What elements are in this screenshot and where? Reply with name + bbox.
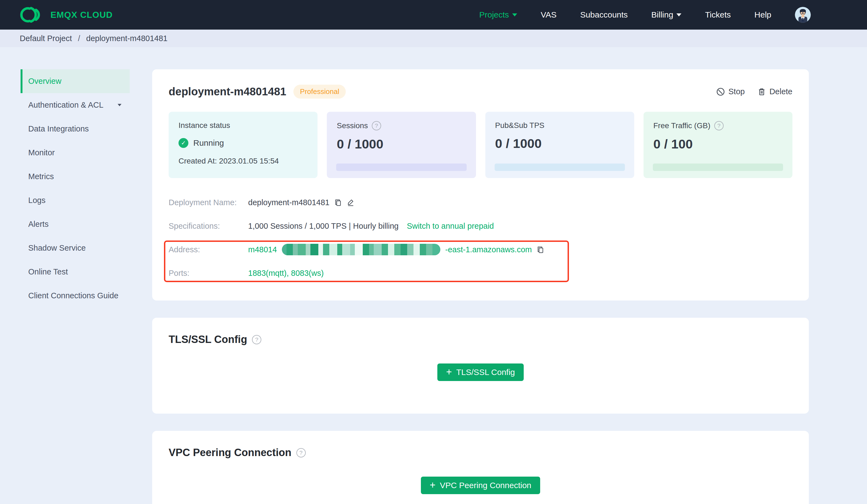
sessions-card: Sessions ? 0 / 1000 xyxy=(327,112,476,178)
free-traffic-progressbar xyxy=(653,164,783,171)
sidebar-item-data-integrations[interactable]: Data Integrations xyxy=(21,117,130,141)
tls-ssl-panel: TLS/SSL Config ? + TLS/SSL Config xyxy=(152,318,809,414)
trash-icon xyxy=(757,87,766,96)
sessions-label: Sessions xyxy=(337,121,368,130)
plan-badge: Professional xyxy=(293,85,346,99)
nav-item-projects[interactable]: Projects xyxy=(479,10,517,20)
free-traffic-value: 0 / 100 xyxy=(653,136,783,152)
free-traffic-card: Free Traffic (GB) ? 0 / 100 xyxy=(643,112,792,178)
nav-item-vas[interactable]: VAS xyxy=(541,10,557,20)
user-avatar[interactable] xyxy=(795,7,811,23)
copy-icon[interactable] xyxy=(334,198,342,207)
nav-item-tickets[interactable]: Tickets xyxy=(705,10,731,20)
deployment-name-value: deployment-m4801481 xyxy=(248,198,330,207)
plus-icon: + xyxy=(446,367,452,377)
pubsub-tps-card: Pub&Sub TPS 0 / 1000 xyxy=(485,112,634,178)
running-check-icon: ✓ xyxy=(179,138,189,148)
help-icon[interactable]: ? xyxy=(252,335,261,344)
overview-panel: deployment-m4801481 Professional Stop xyxy=(152,69,809,300)
sidebar-item-client-connections-guide[interactable]: Client Connections Guide xyxy=(21,284,130,308)
help-icon[interactable]: ? xyxy=(714,121,724,130)
sessions-value: 0 / 1000 xyxy=(337,136,466,152)
deployment-title: deployment-m4801481 xyxy=(169,86,286,98)
instance-status-card: Instance status ✓ Running Created At: 20… xyxy=(169,112,318,178)
created-at: Created At: 2023.01.05 15:54 xyxy=(179,157,308,165)
pubsub-tps-label: Pub&Sub TPS xyxy=(495,121,545,130)
edit-icon[interactable] xyxy=(346,198,355,207)
main-area: deployment-m4801481 Professional Stop xyxy=(152,69,809,504)
deployment-name-label: Deployment Name: xyxy=(169,198,248,207)
sidebar-item-metrics[interactable]: Metrics xyxy=(21,165,130,188)
help-icon[interactable]: ? xyxy=(372,121,381,130)
sidebar-item-overview[interactable]: Overview xyxy=(21,69,130,93)
switch-annual-prepaid-link[interactable]: Switch to annual prepaid xyxy=(407,222,494,231)
ports-label: Ports: xyxy=(169,269,248,278)
sessions-progressbar xyxy=(336,164,467,171)
specifications-label: Specifications: xyxy=(169,222,248,231)
delete-button[interactable]: Delete xyxy=(757,87,792,96)
pubsub-tps-progressbar xyxy=(495,164,625,171)
specifications-value: 1,000 Sessions / 1,000 TPS | Hourly bill… xyxy=(248,222,399,231)
address-prefix: m48014 xyxy=(248,245,277,254)
sidebar-item-monitor[interactable]: Monitor xyxy=(21,141,130,165)
breadcrumb-current: deployment-m4801481 xyxy=(86,34,168,43)
nav-item-billing[interactable]: Billing xyxy=(651,10,681,20)
pubsub-tps-value: 0 / 1000 xyxy=(495,136,624,151)
brand-logo[interactable]: EMQX CLOUD xyxy=(19,6,113,23)
sidebar-item-shadow-service[interactable]: Shadow Service xyxy=(21,236,130,260)
address-suffix: -east-1.amazonaws.com xyxy=(445,245,532,254)
emqx-logo-icon xyxy=(19,6,43,23)
sidebar-item-logs[interactable]: Logs xyxy=(21,188,130,212)
sidebar-item-authentication-acl[interactable]: Authentication & ACL xyxy=(21,93,130,117)
vpc-peering-title: VPC Peering Connection xyxy=(169,447,291,459)
sidebar-item-online-test[interactable]: Online Test xyxy=(21,260,130,284)
chevron-down-icon xyxy=(118,104,121,106)
brand-name: EMQX CLOUD xyxy=(51,10,113,20)
breadcrumb-separator: / xyxy=(78,34,80,43)
ports-value: 1883(mqtt), 8083(ws) xyxy=(248,269,324,278)
plus-icon: + xyxy=(430,480,436,490)
chevron-down-icon xyxy=(676,13,681,17)
status-value: Running xyxy=(193,138,224,147)
chevron-down-icon xyxy=(512,13,517,17)
breadcrumb: Default Project / deployment-m4801481 xyxy=(0,30,867,47)
connection-info-group: Address: m48014 -east-1.amazonaws.com xyxy=(169,238,792,285)
sidebar: Overview Authentication & ACL Data Integ… xyxy=(21,69,130,308)
page-content: Overview Authentication & ACL Data Integ… xyxy=(0,47,867,504)
add-vpc-peering-button[interactable]: + VPC Peering Connection xyxy=(421,476,540,494)
address-label: Address: xyxy=(169,245,248,254)
metric-cards: Instance status ✓ Running Created At: 20… xyxy=(169,112,792,178)
stop-icon xyxy=(716,87,725,96)
nav-item-subaccounts[interactable]: Subaccounts xyxy=(580,10,628,20)
nav-item-help[interactable]: Help xyxy=(754,10,771,20)
stop-button[interactable]: Stop xyxy=(716,87,745,96)
vpc-peering-panel: VPC Peering Connection ? + VPC Peering C… xyxy=(152,431,809,504)
add-tls-ssl-config-button[interactable]: + TLS/SSL Config xyxy=(437,363,524,381)
sidebar-item-alerts[interactable]: Alerts xyxy=(21,212,130,236)
deployment-info: Deployment Name: deployment-m4801481 xyxy=(169,191,792,285)
tls-ssl-title: TLS/SSL Config xyxy=(169,333,247,346)
top-nav: EMQX CLOUD Projects VAS Subaccounts Bill… xyxy=(0,0,867,30)
copy-icon[interactable] xyxy=(536,245,545,254)
free-traffic-label: Free Traffic (GB) xyxy=(653,121,710,130)
help-icon[interactable]: ? xyxy=(297,448,306,458)
breadcrumb-root[interactable]: Default Project xyxy=(20,34,72,43)
instance-status-label: Instance status xyxy=(179,121,308,130)
nav-menu: Projects VAS Subaccounts Billing Tickets… xyxy=(479,7,811,23)
address-redaction-mosaic xyxy=(282,244,440,255)
